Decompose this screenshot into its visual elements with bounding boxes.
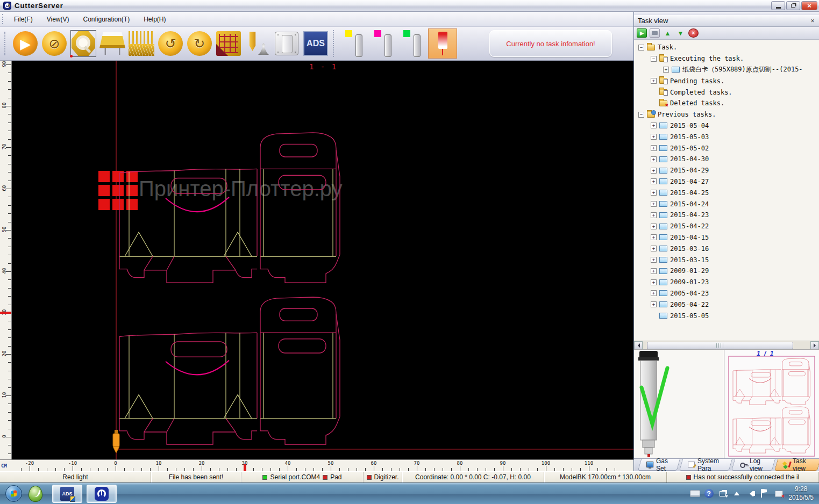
tree-expander-icon[interactable]: + <box>663 67 669 73</box>
folder-icon <box>647 45 655 51</box>
move-down-icon[interactable]: ▼ <box>675 28 686 38</box>
tree-expander-icon[interactable]: + <box>651 145 657 151</box>
tree-horizontal-scrollbar[interactable] <box>634 341 819 349</box>
node-deleted[interactable]: Deleted tasks. <box>634 98 819 109</box>
node-date[interactable]: +2015-04-27 <box>634 176 819 188</box>
minimize-button[interactable] <box>771 1 785 10</box>
tree-expander-icon[interactable]: + <box>651 190 657 196</box>
tree-expander-icon[interactable]: − <box>651 56 657 62</box>
tree-expander-icon[interactable]: − <box>638 45 644 51</box>
node-pending[interactable]: +Pending tasks. <box>634 75 819 87</box>
keyboard-icon[interactable] <box>689 488 700 500</box>
node-date[interactable]: +2009-01-29 <box>634 265 819 277</box>
corel-app-icon[interactable] <box>29 486 42 502</box>
flag-icon[interactable] <box>759 488 770 500</box>
plot-canvas[interactable]: Принтер-Плоттер.ру 1 - 1 <box>12 61 633 459</box>
tab-log-view[interactable]: Log view <box>731 459 776 471</box>
window-icon[interactable] <box>717 488 728 500</box>
node-previous[interactable]: −Previous tasks. <box>634 109 819 120</box>
node-executing[interactable]: −Executing the task. <box>634 53 819 64</box>
tree-expander-icon[interactable]: + <box>651 178 657 184</box>
node-date[interactable]: 2015-05-05 <box>634 310 819 321</box>
tree-expander-icon[interactable]: + <box>651 257 657 263</box>
zoom-icon[interactable] <box>69 28 98 59</box>
main-area: File(F)View(V)Configuration(T)Help(H) ▶⊘… <box>0 12 819 471</box>
node-current-job[interactable]: +纸袋白卡（595X889)原点切割--(2015- <box>634 64 819 76</box>
node-completed[interactable]: Completed tasks. <box>634 87 819 98</box>
node-date[interactable]: +2005-04-22 <box>634 299 819 310</box>
ads-icon[interactable]: ADS <box>301 28 330 59</box>
start-cut-icon[interactable]: ▶ <box>11 28 40 59</box>
tree-expander-icon[interactable]: + <box>651 78 657 84</box>
node-date[interactable]: +2015-04-22 <box>634 221 819 232</box>
tree-expander-icon[interactable]: + <box>651 212 657 218</box>
node-date[interactable]: +2015-05-04 <box>634 120 819 132</box>
node-date[interactable]: +2015-03-15 <box>634 254 819 265</box>
tab-system-para[interactable]: System Para <box>679 459 732 471</box>
print-icon[interactable] <box>650 28 660 38</box>
tab-gas-set[interactable]: Gas Set <box>638 459 680 471</box>
rotate-z-icon[interactable]: ↻ <box>185 28 214 59</box>
ads-app-button[interactable]: ADS <box>52 485 82 503</box>
menu-file[interactable]: File(F) <box>9 14 38 25</box>
network-error-icon[interactable] <box>773 488 784 500</box>
stop-icon[interactable]: ⊘ <box>40 28 69 59</box>
app-icon <box>3 2 11 10</box>
status-text: Digitizer. <box>374 473 399 481</box>
node-date[interactable]: +2005-04-23 <box>634 288 819 299</box>
node-date[interactable]: +2015-04-24 <box>634 198 819 210</box>
origin-move-icon[interactable]: ↺ <box>156 28 185 59</box>
delete-task-icon[interactable]: × <box>688 28 699 38</box>
volume-icon[interactable] <box>745 488 756 500</box>
taskbar-clock[interactable]: 9:28 2015/5/5 <box>788 485 814 502</box>
node-date[interactable]: +2015-05-03 <box>634 131 819 142</box>
laser-pen-icon[interactable] <box>428 28 457 59</box>
node-date[interactable]: +2015-04-30 <box>634 154 819 165</box>
tree-expander-icon[interactable]: + <box>651 123 657 128</box>
node-task[interactable]: −Task. <box>634 42 819 53</box>
menu-view[interactable]: View(V) <box>41 14 75 25</box>
tree-expander-icon[interactable]: + <box>651 279 657 285</box>
restore-button[interactable] <box>786 1 800 10</box>
tab-task-view[interactable]: Task view <box>774 459 819 471</box>
tool-yellow-icon[interactable] <box>341 28 370 59</box>
tree-expander-icon[interactable]: + <box>651 134 657 140</box>
tree-expander-icon[interactable]: + <box>651 168 657 174</box>
run-task-icon[interactable]: ▶ <box>637 28 647 38</box>
tree-expander-icon[interactable]: + <box>651 156 657 162</box>
node-date[interactable]: +2015-03-16 <box>634 243 819 254</box>
scroll-right-icon[interactable] <box>810 341 819 350</box>
tool-green-icon[interactable] <box>399 28 428 59</box>
tool-magenta-icon[interactable] <box>370 28 399 59</box>
tree-expander-icon[interactable]: − <box>638 112 644 118</box>
move-up-icon[interactable]: ▲ <box>663 28 673 38</box>
start-button[interactable] <box>5 485 22 502</box>
node-date[interactable]: +2015-04-15 <box>634 232 819 243</box>
pen-test-icon[interactable] <box>243 28 272 59</box>
node-date[interactable]: +2015-05-02 <box>634 142 819 154</box>
tree-expander-icon[interactable]: + <box>651 201 657 207</box>
node-date[interactable]: +2009-01-23 <box>634 277 819 288</box>
node-date[interactable]: +2015-04-23 <box>634 210 819 221</box>
comb-icon[interactable] <box>127 28 156 59</box>
tree-expander-icon[interactable]: + <box>651 290 657 296</box>
platform-icon[interactable] <box>98 28 127 59</box>
tree-expander-icon[interactable]: + <box>651 234 657 240</box>
menu-configuration[interactable]: Configuration(T) <box>77 14 135 25</box>
scrollbar-thumb[interactable] <box>647 342 793 349</box>
node-date[interactable]: +2015-04-29 <box>634 165 819 176</box>
tree-expander-icon[interactable]: + <box>651 224 657 229</box>
help-icon[interactable] <box>703 488 714 500</box>
close-button[interactable]: × <box>801 1 817 10</box>
panel-close-icon[interactable]: × <box>808 17 817 25</box>
tree-expander-icon[interactable]: + <box>651 246 657 251</box>
tree-expander-icon[interactable]: + <box>651 301 657 307</box>
switch-icon[interactable] <box>272 28 301 59</box>
scroll-left-icon[interactable] <box>634 341 643 350</box>
cutterserver-app-button[interactable] <box>87 485 117 503</box>
grid-cut-icon[interactable] <box>214 28 243 59</box>
hidden-icons-arrow-icon[interactable] <box>731 488 742 500</box>
node-date[interactable]: +2015-04-25 <box>634 187 819 198</box>
tree-expander-icon[interactable]: + <box>651 268 657 274</box>
menu-help[interactable]: Help(H) <box>138 14 171 25</box>
